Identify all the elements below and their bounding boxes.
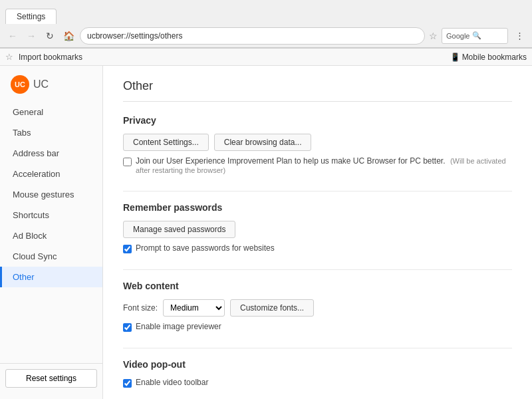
mobile-icon: 📱 <box>450 53 460 62</box>
prompt-save-checkbox[interactable] <box>123 245 132 253</box>
import-bookmarks-label: Import bookmarks <box>19 53 82 62</box>
privacy-section: Privacy Content Settings... Clear browsi… <box>123 115 512 175</box>
remember-passwords-title: Remember passwords <box>123 202 512 213</box>
ux-improvement-row: Join our User Experience Improvement Pla… <box>123 156 512 175</box>
video-toolbar-row: Enable video toolbar <box>123 378 512 388</box>
video-popup-title: Video pop-out <box>123 359 512 370</box>
nav-bar: ← → ↻ 🏠 ucbrowser://settings/others ☆ Go… <box>0 24 532 48</box>
active-tab[interactable]: Settings <box>5 9 57 24</box>
search-engine-label: Google <box>446 32 469 40</box>
image-previewer-label: Enable image previewer <box>136 322 221 331</box>
divider-3 <box>123 348 512 348</box>
web-content-title: Web content <box>123 281 512 291</box>
url-bar[interactable]: ucbrowser://settings/others <box>80 27 425 45</box>
url-text: ucbrowser://settings/others <box>87 31 418 41</box>
sidebar: UC UC General Tabs Address bar Accelerat… <box>0 66 103 399</box>
manage-passwords-button[interactable]: Manage saved passwords <box>123 221 235 238</box>
star-bookmark-icon: ☆ <box>5 52 13 62</box>
web-content-section: Web content Font size: Small Medium Larg… <box>123 281 512 332</box>
sidebar-item-acceleration[interactable]: Acceleration <box>0 164 102 184</box>
sidebar-item-general[interactable]: General <box>0 102 102 122</box>
page-title: Other <box>123 79 512 102</box>
menu-button[interactable]: ⋮ <box>512 29 527 43</box>
image-previewer-checkbox[interactable] <box>123 323 132 332</box>
tab-bar: Settings <box>0 0 532 24</box>
main-content: Other Privacy Content Settings... Clear … <box>103 66 532 399</box>
ux-improvement-label: Join our User Experience Improvement Pla… <box>136 156 512 175</box>
main-layout: UC UC General Tabs Address bar Accelerat… <box>0 66 532 399</box>
search-icon: 🔍 <box>472 31 481 40</box>
uc-logo-icon: UC <box>11 75 29 94</box>
star-icon[interactable]: ☆ <box>429 31 438 41</box>
mobile-bookmarks[interactable]: 📱 Mobile bookmarks <box>450 53 527 62</box>
video-toolbar-checkbox[interactable] <box>123 379 132 388</box>
sidebar-item-ad-block[interactable]: Ad Block <box>0 225 102 246</box>
privacy-buttons: Content Settings... Clear browsing data.… <box>123 134 512 151</box>
tab-title: Settings <box>17 12 45 21</box>
uc-logo-text: UC <box>15 80 25 88</box>
forward-button[interactable]: → <box>24 29 39 43</box>
reset-settings-button[interactable]: Reset settings <box>5 369 97 388</box>
clear-browsing-button[interactable]: Clear browsing data... <box>214 134 312 151</box>
home-button[interactable]: 🏠 <box>61 29 76 43</box>
back-button[interactable]: ← <box>5 29 20 43</box>
sidebar-item-tabs[interactable]: Tabs <box>0 122 102 143</box>
passwords-buttons: Manage saved passwords <box>123 221 512 238</box>
image-previewer-row: Enable image previewer <box>123 322 512 332</box>
remember-passwords-section: Remember passwords Manage saved password… <box>123 202 512 253</box>
refresh-button[interactable]: ↻ <box>43 29 57 43</box>
mobile-bookmarks-label: Mobile bookmarks <box>462 53 527 62</box>
sidebar-reset-area: Reset settings <box>0 363 102 393</box>
sidebar-item-cloud-sync[interactable]: Cloud Sync <box>0 246 102 267</box>
content-settings-button[interactable]: Content Settings... <box>123 134 209 151</box>
prompt-save-label: Prompt to save passwords for websites <box>136 243 275 253</box>
divider-2 <box>123 269 512 270</box>
sidebar-item-other[interactable]: Other <box>0 267 102 287</box>
sidebar-item-shortcuts[interactable]: Shortcuts <box>0 205 102 225</box>
video-popup-section: Video pop-out Enable video toolbar <box>123 359 512 388</box>
sidebar-logo: UC UC <box>0 72 102 102</box>
prompt-save-passwords-row: Prompt to save passwords for websites <box>123 243 512 253</box>
uc-brand-label: UC <box>33 78 49 90</box>
font-size-row: Font size: Small Medium Large Very Large… <box>123 299 512 317</box>
video-toolbar-label: Enable video toolbar <box>136 378 208 387</box>
search-box[interactable]: Google 🔍 <box>442 28 508 44</box>
browser-chrome: Settings ← → ↻ 🏠 ucbrowser://settings/ot… <box>0 0 532 49</box>
privacy-section-title: Privacy <box>123 115 512 126</box>
customize-fonts-button[interactable]: Customize fonts... <box>230 299 314 317</box>
ux-improvement-checkbox[interactable] <box>123 158 132 166</box>
divider-1 <box>123 191 512 192</box>
sidebar-item-mouse-gestures[interactable]: Mouse gestures <box>0 184 102 205</box>
font-size-label: Font size: <box>123 303 158 313</box>
font-size-select[interactable]: Small Medium Large Very Large <box>163 299 225 317</box>
bookmarks-bar: ☆ Import bookmarks 📱 Mobile bookmarks <box>0 49 532 66</box>
import-bookmarks[interactable]: Import bookmarks <box>16 51 85 63</box>
sidebar-item-address-bar[interactable]: Address bar <box>0 143 102 164</box>
